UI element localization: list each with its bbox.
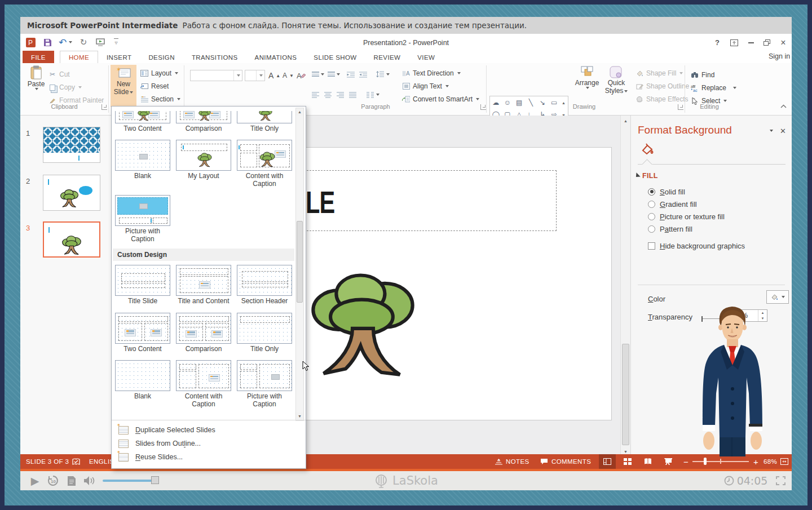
shape-fill-button[interactable]: Shape Fill: [635, 68, 683, 79]
numbering-button[interactable]: [328, 69, 340, 80]
comments-button[interactable]: COMMENTS: [540, 458, 591, 465]
paragraph-dialog-launcher-icon[interactable]: [480, 104, 486, 110]
hide-background-graphics-checkbox[interactable]: Hide background graphics: [648, 241, 745, 251]
clipboard-dialog-launcher-icon[interactable]: [102, 104, 107, 110]
layout-option-content-with-caption[interactable]: Content with Caption: [235, 136, 294, 192]
tab-file[interactable]: FILE: [23, 51, 54, 64]
align-right-button[interactable]: [337, 89, 344, 100]
ribbon-display-options-button[interactable]: [727, 38, 741, 47]
layout-option-picture-with-caption[interactable]: Picture with Caption: [113, 192, 173, 247]
line-spacing-button[interactable]: [376, 69, 390, 80]
pane-close-icon[interactable]: ✕: [780, 127, 786, 135]
fill-option-solid-fill[interactable]: Solid fill: [648, 187, 685, 197]
justify-button[interactable]: [349, 89, 356, 100]
font-size-combobox[interactable]: [245, 70, 265, 81]
fill-bucket-icon[interactable]: [640, 143, 655, 157]
reset-button[interactable]: Reset: [140, 81, 169, 92]
decrease-indent-button[interactable]: [346, 69, 355, 80]
slides-from-outline[interactable]: Slides from Outline...: [112, 437, 306, 450]
checkbox-icon[interactable]: [648, 242, 655, 250]
layout-option-picture-with-caption[interactable]: Picture with Caption: [235, 357, 294, 412]
cloud-shape-icon[interactable]: ☁: [490, 96, 502, 108]
find-button[interactable]: Find: [690, 69, 714, 81]
layout-option-content-with-caption[interactable]: Content with Caption: [174, 357, 233, 412]
reuse-slides[interactable]: Reuse Slides...: [112, 450, 306, 464]
radio-icon[interactable]: [648, 213, 655, 220]
layout-option-two-content[interactable]: Two Content: [113, 108, 173, 136]
canvas-vertical-scrollbar[interactable]: ▲ ▼: [620, 116, 630, 454]
duplicate-selected-slides[interactable]: Duplicate Selected Slides: [112, 423, 306, 437]
increase-font-size-button[interactable]: A▲: [268, 70, 280, 81]
bullets-button[interactable]: [312, 69, 324, 80]
radio-icon[interactable]: [648, 188, 655, 196]
quick-styles-button[interactable]: Quick Styles: [602, 65, 630, 95]
layout-option-title-only[interactable]: Title Only: [235, 108, 294, 136]
tab-review[interactable]: REVIEW: [365, 51, 409, 64]
dropdown-scrollbar-thumb[interactable]: [297, 221, 303, 303]
text-direction-button[interactable]: AText Direction: [401, 68, 461, 79]
layout-option-title-slide[interactable]: Title Slide: [113, 261, 173, 309]
replace-button[interactable]: abacReplace: [690, 82, 736, 94]
paste-button[interactable]: Paste: [25, 65, 47, 90]
line-shape-icon[interactable]: ╲: [525, 96, 537, 108]
arrange-button[interactable]: Arrange: [573, 65, 601, 89]
font-name-combobox[interactable]: [190, 70, 242, 81]
increase-indent-button[interactable]: [359, 69, 368, 80]
fill-option-gradient-fill[interactable]: Gradient fill: [648, 199, 697, 209]
fill-option-picture-or-texture-fill[interactable]: Picture or texture fill: [648, 211, 725, 221]
layout-option-comparison[interactable]: Comparison: [174, 108, 233, 136]
layout-option-my-layout[interactable]: My Layout: [174, 136, 233, 184]
tab-animations[interactable]: ANIMATIONS: [246, 51, 306, 64]
slide-sorter-view-button[interactable]: [619, 454, 636, 469]
zoom-out-button[interactable]: −: [683, 457, 689, 467]
layout-button[interactable]: Layout: [140, 68, 178, 79]
smiley-shape-icon[interactable]: ☺: [502, 96, 514, 108]
align-center-button[interactable]: [324, 89, 332, 100]
radio-icon[interactable]: [648, 225, 655, 233]
layout-option-blank[interactable]: Blank: [113, 357, 173, 404]
scrollbar-thumb[interactable]: [622, 344, 629, 445]
radio-icon[interactable]: [648, 201, 655, 208]
zoom-level[interactable]: 68%: [764, 458, 777, 465]
tab-home[interactable]: HOME: [60, 51, 98, 64]
sign-in-link[interactable]: Sign in: [769, 52, 790, 60]
cut-button[interactable]: ✂Cut: [48, 69, 70, 80]
layout-option-title-and-content[interactable]: Title and Content: [174, 261, 233, 309]
tab-insert[interactable]: INSERT: [98, 51, 140, 64]
decrease-font-size-button[interactable]: A▼: [283, 70, 294, 81]
align-text-button[interactable]: Align Text: [401, 81, 449, 92]
spell-check-icon[interactable]: [72, 458, 81, 465]
color-picker-button[interactable]: [766, 290, 789, 304]
shape-outline-button[interactable]: Shape Outline: [635, 81, 696, 92]
fullscreen-button[interactable]: [774, 471, 787, 490]
tree-image[interactable]: [305, 264, 421, 379]
minimize-button[interactable]: [744, 38, 758, 47]
close-button[interactable]: ×: [776, 38, 790, 47]
tab-transitions[interactable]: TRANSITIONS: [183, 51, 246, 64]
layout-option-section-header[interactable]: Section Header: [235, 261, 294, 309]
new-slide-button[interactable]: ✶ New Slide: [111, 65, 136, 107]
tab-view[interactable]: VIEW: [409, 51, 443, 64]
notes-button[interactable]: NOTES: [495, 458, 529, 465]
layout-option-two-content[interactable]: Two Content: [113, 309, 173, 357]
section-button[interactable]: ✶Section: [140, 94, 180, 105]
fill-option-pattern-fill[interactable]: Pattern fill: [648, 224, 692, 234]
layout-option-blank[interactable]: Blank: [113, 136, 173, 184]
collapse-ribbon-button[interactable]: [780, 100, 787, 112]
align-left-button[interactable]: [312, 89, 319, 100]
text-box-shape-icon[interactable]: ▤: [513, 96, 525, 108]
pane-options-dropdown-icon[interactable]: [769, 127, 773, 134]
dropdown-scrollbar[interactable]: ▲ ▼: [295, 108, 304, 421]
layout-option-title-only[interactable]: Title Only: [235, 309, 294, 357]
help-button[interactable]: ?: [710, 38, 724, 47]
slide-thumbnail-3[interactable]: [43, 221, 100, 258]
slide-show-view-button[interactable]: [660, 454, 677, 469]
columns-button[interactable]: [365, 89, 379, 100]
normal-view-button[interactable]: [599, 454, 616, 469]
fit-slide-to-window-button[interactable]: [776, 454, 793, 469]
restore-button[interactable]: [760, 38, 774, 47]
tab-slide-show[interactable]: SLIDE SHOW: [305, 51, 365, 64]
fill-collapse-icon[interactable]: [634, 172, 640, 179]
layout-option-comparison[interactable]: Comparison: [174, 309, 233, 357]
slide-thumbnail-1[interactable]: [43, 127, 100, 163]
